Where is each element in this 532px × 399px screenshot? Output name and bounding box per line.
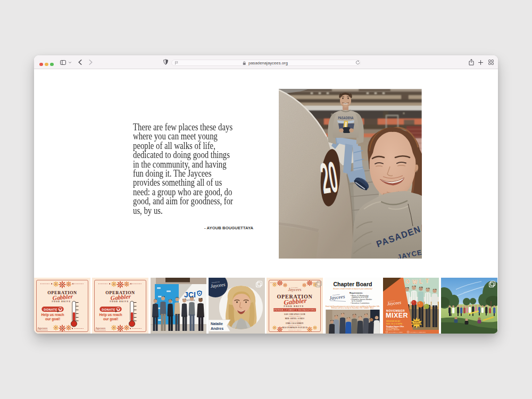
svg-text:Requirements:: Requirements: [350,292,363,294]
svg-text:Supports 8 Families: Supports 8 Families [289,320,302,322]
svg-text:JCI: JCI [184,290,196,299]
svg-text:PASADENA: PASADENA [338,116,354,120]
svg-text:WEDNESDAY: WEDNESDAY [386,320,401,322]
svg-text:T: T [426,278,429,284]
svg-text:Become a leader & make an impa: Become a leader & make an impact in your… [334,288,373,290]
svg-text:FOOD DRIVE: FOOD DRIVE [110,301,129,303]
svg-text:our goal!: our goal! [103,317,118,321]
svg-text:DONATE: DONATE [44,308,57,311]
svg-text:BOARD: BOARD [414,321,419,323]
svg-text:W: W [412,279,418,285]
svg-text:Andres: Andres [211,327,223,330]
svg-text:DONATE: DONATE [102,308,115,311]
svg-text:Supports 10 Families: Supports 10 Families [288,324,302,326]
svg-text:Jaycees: Jaycees [288,287,302,292]
svg-text:ELECTIONS: ELECTIONS [412,323,420,325]
svg-text:O: O [405,279,410,285]
svg-text:• Served on 2 committees: • Served on 2 committees [351,302,370,304]
svg-text:Chapter Board: Chapter Board [334,281,372,287]
svg-text:Elections will occur during th: Elections will occur during the November… [331,307,374,309]
svg-text:FOOD DRIVE: FOOD DRIVE [52,301,71,303]
svg-text:Supports 25 Families: Supports 25 Families [288,329,302,331]
svg-text:PASADENA: PASADENA [291,287,298,288]
svg-text:FOOD DRIVE: FOOD DRIVE [284,305,304,307]
svg-text:Natalie: Natalie [211,322,223,326]
svg-text:PASADENAJAYCEES.ORG: PASADENAJAYCEES.ORG [410,331,426,333]
svg-text:L: L [419,279,422,285]
svg-text:Pasadena, CA 91103: Pasadena, CA 91103 [386,329,400,331]
svg-text:our goal!: our goal! [45,317,60,321]
svg-text:MIXER: MIXER [386,312,408,319]
svg-text:Supports 2 Families: Supports 2 Families [289,315,302,317]
svg-text:@PASADENAJAYCEES: @PASADENAJAYCEES [388,331,402,333]
svg-text:NOV, 19 @ 6:30PM: NOV, 19 @ 6:30PM [386,323,402,325]
svg-text:SPONSOR A FAMILY'S THANKSGIVIN: SPONSOR A FAMILY'S THANKSGIVING! [273,309,317,311]
